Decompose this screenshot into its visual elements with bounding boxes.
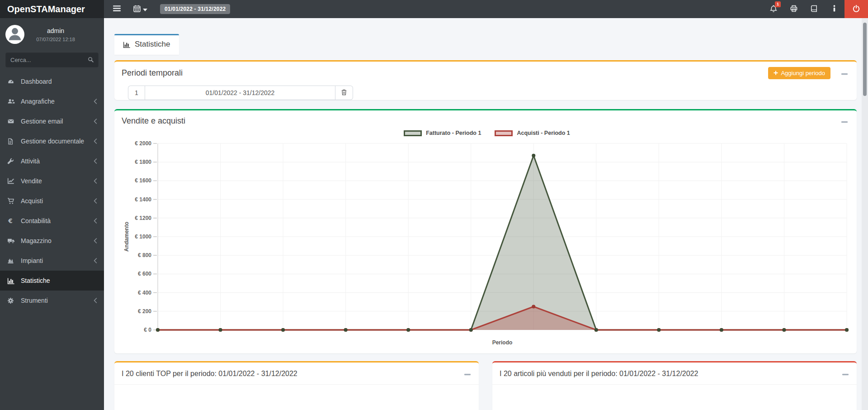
machine-icon bbox=[7, 257, 17, 264]
periods-panel-title: Periodi temporali bbox=[122, 68, 768, 78]
user-panel[interactable]: admin 07/07/2022 12:18 bbox=[0, 18, 104, 47]
bottom-panel-title: I 20 clienti TOP per il periodo: 01/01/2… bbox=[122, 370, 463, 378]
plus-icon bbox=[774, 70, 778, 76]
sidebar-item-magazzino[interactable]: Magazzino bbox=[0, 231, 104, 251]
navbar-right: 1 bbox=[763, 0, 868, 18]
delete-period-button[interactable] bbox=[335, 86, 353, 100]
chart-legend: Fatturato - Periodo 1 Acquisti - Periodo… bbox=[122, 130, 852, 136]
search-icon bbox=[88, 57, 94, 64]
chevron-left-icon bbox=[94, 298, 97, 303]
chart-bar-icon bbox=[123, 41, 130, 48]
logout-button[interactable] bbox=[844, 0, 868, 18]
info-button[interactable] bbox=[824, 0, 844, 18]
svg-text:Periodo: Periodo bbox=[492, 339, 513, 346]
sidebar-item-dashboard[interactable]: Dashboard bbox=[0, 72, 104, 91]
minus-icon bbox=[841, 70, 848, 76]
chevron-left-icon bbox=[94, 258, 97, 263]
sales-purchases-panel: Vendite e acquisti Fatturato - Periodo 1… bbox=[114, 109, 857, 353]
page-scrollbar-track[interactable] bbox=[862, 18, 868, 410]
collapse-periods-button[interactable] bbox=[840, 68, 849, 78]
chevron-left-icon bbox=[94, 158, 97, 164]
legend-swatch bbox=[495, 130, 513, 136]
cart-icon bbox=[7, 198, 17, 204]
dashboard-icon bbox=[7, 78, 17, 85]
sidebar-item-acquisti[interactable]: Acquisti bbox=[0, 191, 104, 211]
sales-purchases-title: Vendite e acquisti bbox=[122, 116, 840, 126]
svg-text:€ 800: € 800 bbox=[138, 252, 151, 258]
tab-statistiche[interactable]: Statistiche bbox=[114, 34, 179, 55]
main-content: Statistiche Periodi temporali Aggiungi p… bbox=[104, 18, 868, 410]
search-button[interactable] bbox=[86, 57, 98, 64]
add-period-button[interactable]: Aggiungi periodo bbox=[768, 67, 830, 79]
sidebar-item-impianti[interactable]: Impianti bbox=[0, 251, 104, 271]
minus-icon bbox=[464, 370, 471, 377]
svg-text:Andamento: Andamento bbox=[123, 222, 130, 252]
svg-text:€ 600: € 600 bbox=[138, 271, 151, 277]
period-row: 1 bbox=[128, 86, 353, 100]
envelope-icon bbox=[7, 118, 17, 124]
chevron-left-icon bbox=[94, 178, 97, 184]
period-range-chip: 01/01/2022 - 31/12/2022 bbox=[160, 4, 230, 14]
sidebar-item-label: Gestione email bbox=[21, 118, 92, 125]
svg-text:€ 1200: € 1200 bbox=[135, 215, 151, 221]
collapse-chart-button[interactable] bbox=[840, 116, 849, 126]
sidebar-item-gestione-email[interactable]: Gestione email bbox=[0, 111, 104, 131]
caret-down-icon bbox=[143, 6, 147, 13]
svg-text:€ 0: € 0 bbox=[144, 327, 151, 333]
print-button[interactable] bbox=[783, 0, 804, 18]
svg-text:€ 1600: € 1600 bbox=[135, 177, 151, 184]
sidebar-item-label: Contabilità bbox=[21, 217, 92, 224]
legend-swatch bbox=[404, 130, 422, 136]
truck-icon bbox=[7, 238, 17, 244]
navbar-left: 01/01/2022 - 31/12/2022 bbox=[104, 0, 230, 18]
sidebar-item-vendite[interactable]: Vendite bbox=[0, 171, 104, 191]
period-range-input[interactable] bbox=[145, 86, 335, 100]
tab-label: Statistiche bbox=[135, 40, 170, 49]
sidebar-item-label: Acquisti bbox=[21, 197, 92, 205]
trash-icon bbox=[341, 89, 347, 97]
sidebar-item-label: Gestione documentale bbox=[21, 138, 92, 145]
tab-bar: Statistiche bbox=[114, 34, 857, 55]
add-period-label: Aggiungi periodo bbox=[781, 70, 825, 76]
sidebar-item-anagrafiche[interactable]: Anagrafiche bbox=[0, 91, 104, 111]
top-navbar: OpenSTAManager 01/01/2022 - 31/12/2022 1 bbox=[0, 0, 868, 18]
bottom-panels: I 20 clienti TOP per il periodo: 01/01/2… bbox=[114, 361, 857, 410]
sidebar-item-gestione-documentale[interactable]: Gestione documentale bbox=[0, 131, 104, 151]
docs-button[interactable] bbox=[804, 0, 824, 18]
sidebar-item-strumenti[interactable]: Strumenti bbox=[0, 291, 104, 310]
svg-text:€ 1000: € 1000 bbox=[135, 234, 151, 240]
sidebar-item-label: Impianti bbox=[21, 257, 92, 264]
sidebar-item-label: Magazzino bbox=[21, 237, 92, 244]
chevron-left-icon bbox=[94, 99, 97, 104]
notifications-button[interactable]: 1 bbox=[763, 0, 783, 18]
sidebar-toggle-button[interactable] bbox=[110, 0, 123, 18]
app-logo[interactable]: OpenSTAManager bbox=[0, 0, 104, 18]
search-input[interactable] bbox=[6, 57, 86, 63]
avatar bbox=[5, 25, 24, 44]
sidebar-item-attivita[interactable]: Attività bbox=[0, 151, 104, 171]
chart-plot: € 0€ 200€ 400€ 600€ 800€ 1000€ 1200€ 140… bbox=[122, 138, 852, 349]
legend-item[interactable]: Fatturato - Periodo 1 bbox=[404, 130, 481, 136]
sidebar-item-statistiche[interactable]: Statistiche bbox=[0, 271, 104, 291]
sidebar-item-label: Statistiche bbox=[21, 277, 97, 284]
collapse-panel-button[interactable] bbox=[841, 368, 849, 379]
sidebar: admin 07/07/2022 12:18 Dashboard Anagraf… bbox=[0, 18, 104, 410]
notification-badge: 1 bbox=[775, 1, 781, 7]
periods-panel: Periodi temporali Aggiungi periodo 1 bbox=[114, 60, 857, 100]
bottom-panel-title: I 20 articoli più venduti per il periodo… bbox=[500, 370, 841, 378]
svg-text:€ 1800: € 1800 bbox=[135, 159, 151, 165]
collapse-panel-button[interactable] bbox=[463, 368, 472, 379]
sidebar-item-contabilita[interactable]: € Contabilità bbox=[0, 211, 104, 231]
legend-item[interactable]: Acquisti - Periodo 1 bbox=[495, 130, 570, 136]
chevron-left-icon bbox=[94, 218, 97, 224]
login-datetime: 07/07/2022 12:18 bbox=[24, 37, 87, 42]
svg-text:€ 1400: € 1400 bbox=[135, 196, 151, 203]
calendar-icon bbox=[133, 5, 141, 14]
period-picker-button[interactable] bbox=[131, 0, 150, 18]
bottom-panel-header: I 20 articoli più venduti per il periodo… bbox=[492, 362, 857, 385]
chevron-left-icon bbox=[94, 198, 97, 204]
book-icon bbox=[811, 5, 818, 14]
document-icon bbox=[7, 138, 17, 145]
user-name: admin bbox=[24, 27, 87, 34]
page-scrollbar-thumb[interactable] bbox=[863, 23, 867, 96]
